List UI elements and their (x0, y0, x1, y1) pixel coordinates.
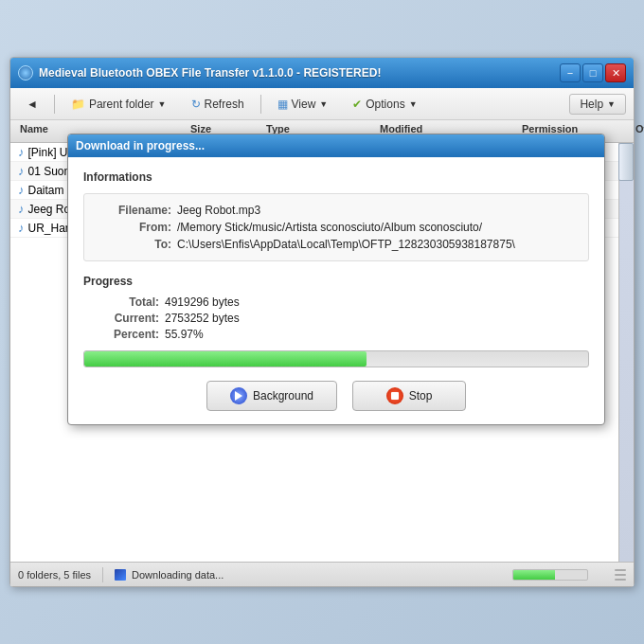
download-icon (115, 569, 126, 581)
title-bar-left: Medieval Bluetooth OBEX File Transfer v1… (18, 65, 381, 80)
maximize-button[interactable]: □ (582, 63, 603, 82)
file-icon: ♪ (18, 183, 25, 197)
status-progress-fill (513, 570, 555, 580)
resize-grip[interactable] (615, 569, 626, 581)
progress-section-title: Progress (83, 275, 589, 288)
percent-value: 55.97% (165, 328, 589, 341)
window-title: Medieval Bluetooth OBEX File Transfer v1… (39, 66, 381, 80)
from-value: /Memory Stick/music/Artista sconosciuto/… (177, 221, 577, 234)
options-icon: ✔ (352, 98, 362, 111)
refresh-icon: ↻ (191, 98, 201, 111)
filename-label: Filename: (96, 204, 171, 217)
dialog-title: Download in progress... (76, 139, 205, 152)
progress-stats: Total: 4919296 bytes Current: 2753252 by… (83, 295, 589, 341)
help-label: Help (580, 98, 603, 111)
info-section-title: Informations (83, 170, 589, 184)
back-icon: ◄ (27, 98, 38, 111)
folder-icon: 📁 (71, 98, 85, 111)
parent-folder-button[interactable]: 📁 Parent folder ▼ (63, 94, 175, 115)
file-icon: ♪ (18, 202, 25, 216)
parent-folder-label: Parent folder (89, 98, 154, 111)
dialog-body: Informations Filename: Jeeg Robot.mp3 Fr… (68, 157, 604, 424)
toolbar-separator-2 (260, 95, 261, 114)
dialog-buttons: Background Stop (83, 381, 589, 411)
back-button[interactable]: ◄ (18, 94, 46, 115)
options-label: Options (366, 98, 404, 111)
file-icon: ♪ (18, 221, 25, 235)
background-button[interactable]: Background (206, 381, 337, 411)
total-value: 4919296 bytes (165, 295, 589, 309)
scrollbar-thumb[interactable] (618, 143, 634, 181)
file-icon: ♪ (18, 145, 25, 159)
scrollbar-right[interactable] (618, 143, 634, 562)
title-bar: Medieval Bluetooth OBEX File Transfer v1… (10, 58, 634, 88)
progress-section: Progress Total: 4919296 bytes Current: 2… (83, 275, 589, 367)
background-icon (230, 387, 247, 404)
parent-folder-arrow: ▼ (158, 99, 167, 109)
view-button[interactable]: ▦ View ▼ (269, 94, 337, 115)
total-label: Total: (83, 295, 159, 309)
status-bar: 0 folders, 5 files Downloading data... (10, 562, 634, 586)
to-label: To: (96, 238, 171, 251)
progress-bar-fill (84, 351, 367, 367)
to-value: C:\Users\Enfis\AppData\Local\Temp\OFTP_1… (177, 238, 577, 251)
percent-label: Percent: (83, 328, 159, 341)
folder-file-count: 0 folders, 5 files (18, 569, 91, 581)
app-icon (18, 65, 33, 80)
downloading-text: Downloading data... (132, 569, 224, 581)
stop-icon-square (391, 392, 399, 400)
info-grid: Filename: Jeeg Robot.mp3 From: /Memory S… (83, 193, 589, 261)
view-label: View (292, 98, 316, 111)
current-label: Current: (83, 312, 159, 325)
refresh-label: Refresh (205, 98, 244, 111)
minimize-button[interactable]: − (560, 63, 581, 82)
download-dialog: Download in progress... Informations Fil… (67, 134, 605, 425)
help-button[interactable]: Help ▼ (569, 94, 626, 115)
title-bar-buttons: − □ ✕ (560, 63, 626, 82)
col-owner[interactable]: Owner (634, 123, 644, 139)
stop-icon (386, 387, 403, 404)
app-window: Medieval Bluetooth OBEX File Transfer v1… (9, 57, 635, 587)
options-button[interactable]: ✔ Options ▼ (344, 94, 425, 115)
toolbar: ◄ 📁 Parent folder ▼ ↻ Refresh ▦ View ▼ ✔… (10, 88, 634, 120)
stop-button[interactable]: Stop (352, 381, 466, 411)
stop-label: Stop (409, 389, 433, 402)
options-arrow: ▼ (409, 99, 418, 109)
view-icon: ▦ (277, 98, 288, 111)
status-separator (102, 567, 103, 582)
download-status: Downloading data... (115, 569, 224, 581)
help-arrow: ▼ (607, 99, 616, 109)
view-arrow: ▼ (319, 99, 328, 109)
background-label: Background (253, 389, 313, 402)
status-progress-bar (512, 569, 588, 581)
current-value: 2753252 bytes (165, 312, 589, 325)
close-button[interactable]: ✕ (605, 63, 626, 82)
arrow-icon (235, 391, 242, 401)
progress-bar-container (83, 350, 589, 367)
from-label: From: (96, 221, 171, 234)
filename-value: Jeeg Robot.mp3 (177, 204, 577, 217)
dialog-title-bar: Download in progress... (68, 134, 604, 157)
refresh-button[interactable]: ↻ Refresh (183, 94, 253, 115)
toolbar-separator-1 (54, 95, 55, 114)
file-icon: ♪ (18, 164, 25, 178)
